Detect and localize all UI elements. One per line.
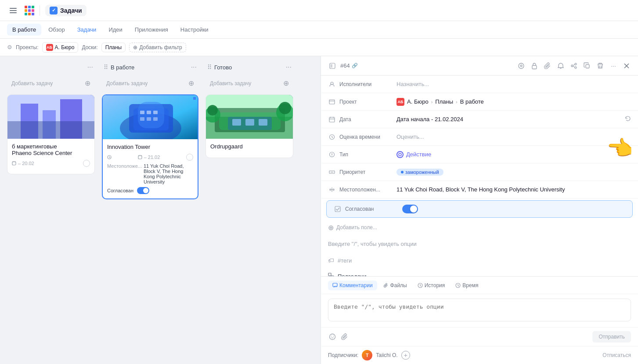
svg-rect-54	[329, 100, 335, 104]
col-header-done: ⠿ Готово ···	[205, 63, 293, 71]
card-image-innovation	[103, 95, 198, 139]
task-card-partial[interactable]: б маркетинговыеPhaeno Science Center – 2…	[7, 94, 95, 174]
drag-icon-inwork: ⠿	[104, 64, 108, 71]
agreed-toggle[interactable]	[402, 205, 418, 213]
col-more-done[interactable]: ···	[286, 63, 292, 71]
card-image-partial	[7, 95, 94, 139]
panel-task-id: #64 🔗	[340, 62, 358, 69]
tab-files[interactable]: Файлы	[379, 281, 411, 290]
tab-inwork[interactable]: В работе	[7, 24, 41, 36]
top-bar: ✓ Задачи	[0, 0, 638, 21]
time-icon	[328, 133, 336, 141]
tab-settings[interactable]: Настройки	[175, 24, 214, 36]
time-value[interactable]: Оценить...	[396, 133, 631, 140]
location-value[interactable]: 11 Yuk Choi Road, Block V, The Hong Kong…	[396, 186, 565, 193]
share-icon[interactable]	[570, 61, 578, 70]
tab-overview[interactable]: Обзор	[43, 24, 70, 36]
tab-ideas[interactable]: Идеи	[103, 24, 127, 36]
svg-point-45	[575, 63, 577, 65]
panel-expand-icon[interactable]	[328, 61, 337, 70]
svg-rect-20	[140, 117, 144, 121]
drag-icon-done: ⠿	[207, 64, 212, 71]
add-icon-done: ⊕	[283, 79, 289, 87]
comment-input[interactable]	[328, 299, 631, 321]
subscriber-avatar: T	[362, 350, 372, 360]
emoji-action-icon[interactable]	[328, 332, 337, 341]
tab-tasks[interactable]: Задачи	[72, 24, 102, 36]
more-icon[interactable]: ···	[609, 61, 618, 70]
field-priority: Приоритет замороженный	[321, 163, 638, 181]
svg-rect-22	[153, 117, 158, 121]
board-filter[interactable]: Планы	[101, 43, 126, 52]
project-avatar: АБ	[396, 98, 404, 106]
bottom-tabs: Комментарии Файлы История Время	[321, 276, 638, 294]
delete-icon[interactable]	[596, 61, 605, 70]
right-panel: #64 🔗	[321, 56, 638, 364]
agreed-icon	[334, 205, 342, 213]
field-date: Дата Дата начала - 21.02.2024	[321, 111, 638, 128]
card-meta-innovation: – 21.02	[107, 154, 193, 161]
col-title-done: ⠿ Готово	[207, 64, 232, 71]
date-range[interactable]: Дата начала - 21.02.2024	[396, 115, 631, 123]
svg-rect-56	[329, 117, 335, 122]
col-more-partial[interactable]: ···	[87, 63, 93, 71]
watch-icon[interactable]	[517, 61, 526, 70]
card-toggle[interactable]	[137, 187, 149, 194]
attach-action-icon[interactable]	[340, 332, 349, 341]
project-filter[interactable]: АБ А. Бюро	[42, 42, 79, 53]
app-grid-icon[interactable]	[25, 6, 34, 15]
task-card-innovation[interactable]: Innovation Tower – 21.02 Местоположе...	[102, 94, 198, 199]
unsubscribe-button[interactable]: Отписаться	[602, 352, 631, 358]
task-card-ordrupgaard[interactable]: Ordrupgaard	[205, 94, 293, 158]
add-task-done[interactable]: Добавить задачу ⊕	[205, 76, 293, 91]
send-button[interactable]: Отправить	[592, 331, 631, 342]
tab-time[interactable]: Время	[451, 281, 483, 290]
date-label: Дата	[339, 116, 396, 123]
project-icon	[328, 98, 336, 106]
svg-point-46	[571, 65, 573, 67]
close-icon[interactable]	[622, 61, 631, 70]
bell-icon[interactable]	[556, 61, 565, 70]
lock-icon[interactable]	[530, 61, 539, 70]
project-breadcrumb[interactable]: АБ А. Бюро › Планы › В работе	[396, 98, 484, 106]
menu-icon[interactable]	[7, 4, 19, 17]
svg-point-35	[279, 102, 291, 114]
add-task-partial[interactable]: Добавить задачу ⊕	[7, 76, 95, 91]
priority-dot	[401, 171, 404, 173]
card-body-partial: б маркетинговыеPhaeno Science Center – 2…	[7, 139, 94, 174]
type-value[interactable]: Действие	[396, 151, 431, 158]
tab-history[interactable]: История	[413, 281, 450, 290]
field-agreed: Согласован	[326, 200, 633, 218]
svg-point-63	[332, 155, 332, 156]
kanban-col-done: ⠿ Готово ··· Добавить задачу ⊕	[205, 63, 293, 357]
filter-icon: ⚙	[7, 44, 12, 50]
selected-indicator	[193, 97, 196, 100]
app-title[interactable]: ✓ Задачи	[45, 5, 87, 16]
svg-point-64	[399, 153, 401, 156]
tab-comments[interactable]: Комментарии	[328, 281, 377, 290]
svg-rect-7	[7, 121, 95, 139]
col-more-inwork[interactable]: ···	[191, 63, 197, 71]
attach-icon[interactable]	[543, 61, 552, 70]
tab-apps[interactable]: Приложения	[130, 24, 173, 36]
svg-rect-25	[138, 155, 142, 159]
add-task-inwork[interactable]: Добавить задачу ⊕	[102, 76, 198, 91]
location-label: Местоположен...	[339, 187, 396, 193]
field-project: Проект АБ А. Бюро › Планы › В работе	[321, 93, 638, 111]
card-date-partial: – 20.02	[12, 161, 34, 166]
copy-icon[interactable]	[583, 61, 591, 70]
assignees-value[interactable]: Назначить...	[396, 81, 631, 87]
card-meta-partial: – 20.02	[12, 160, 90, 167]
card-circle-innovation	[186, 154, 193, 161]
svg-point-47	[575, 67, 577, 68]
priority-badge[interactable]: замороженный	[396, 169, 443, 176]
date-refresh-icon[interactable]	[625, 115, 631, 123]
subscriber-name: Taiichi O.	[376, 352, 397, 358]
subtasks-section: Подзадачи	[321, 268, 638, 276]
add-filter-button[interactable]: ⊕ Добавить фильтр	[129, 43, 186, 52]
add-field-row[interactable]: ⊕ Добавить поле...	[321, 220, 638, 235]
card-body-innovation: Innovation Tower – 21.02 Местоположе...	[103, 139, 198, 198]
add-subscriber-button[interactable]: +	[401, 351, 410, 360]
svg-rect-21	[147, 117, 151, 121]
text-hint[interactable]: Введите "/", чтобы увидеть опции	[321, 235, 638, 252]
